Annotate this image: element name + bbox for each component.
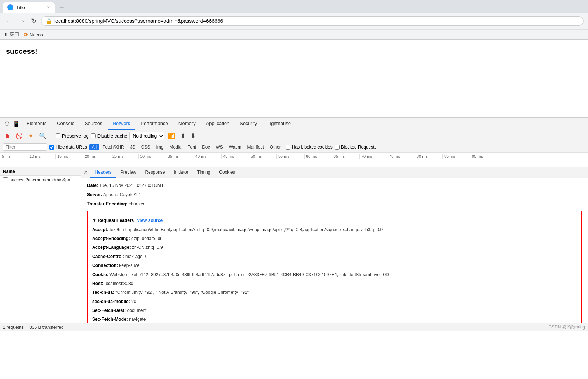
header-row: sec-ch-ua: "Chromium";v="92", " Not A;Br… (92, 288, 577, 297)
filter-css[interactable]: CSS (139, 144, 153, 150)
request-item[interactable]: success?username=admin&pa... (0, 176, 81, 184)
header-row: Sec-Fetch-Dest: document (92, 306, 577, 315)
disable-cache-checkbox[interactable] (91, 133, 96, 138)
header-value: Webstorm-7effe112=8927e87f-4a0c-489f-9f3… (108, 272, 389, 277)
timeline-tick: 20 ms (83, 154, 111, 159)
timeline-tick: 60 ms (304, 154, 332, 159)
address-bar[interactable]: 🔒 localhost:8080/springMVC/success?usern… (41, 16, 584, 26)
tab-favicon-icon: 🌐 (7, 4, 13, 10)
filter-bar: Hide data URLs All Fetch/XHR JS CSS Img … (0, 142, 588, 153)
tab-performance[interactable]: Performance (135, 118, 173, 130)
tab-bar: 🌐 Title × + (0, 0, 588, 13)
bookmarks-bar: ⠿ 应用 ⟳ Nacos (0, 29, 588, 39)
status-transferred: 335 B transferred (29, 325, 64, 330)
export-har-button[interactable]: ⬇ (189, 132, 197, 140)
filter-doc[interactable]: Doc (199, 144, 212, 150)
blocked-requests-label[interactable]: Blocked Requests (335, 145, 377, 150)
record-button[interactable]: ⏺ (3, 132, 12, 140)
header-key: Sec-Fetch-Mode: (92, 317, 128, 322)
timeline-tick: 55 ms (276, 154, 304, 159)
filter-icon-button[interactable]: ▼ (27, 132, 35, 140)
view-source-link[interactable]: View source (137, 218, 163, 223)
request-checkbox[interactable] (3, 177, 8, 182)
header-key: Accept-Language: (92, 245, 131, 250)
response-header-server: Server: Apache-Coyote/1.1 (87, 190, 582, 199)
clear-button[interactable]: 🚫 (14, 132, 24, 140)
wifi-icon[interactable]: 📶 (167, 132, 177, 140)
search-button[interactable]: 🔍 (38, 132, 48, 140)
header-row: Accept-Encoding: gzip, deflate, br (92, 234, 577, 243)
header-value: keep-alive (118, 263, 139, 268)
has-blocked-cookies-label[interactable]: Has blocked cookies (286, 145, 333, 150)
header-value: navigate (128, 317, 146, 322)
header-key: Sec-Fetch-Dest: (92, 308, 126, 313)
header-key: Cookie: (92, 272, 108, 277)
reload-button[interactable]: ↻ (29, 15, 38, 27)
browser-chrome: 🌐 Title × + ← → ↻ 🔒 localhost:8080/sprin… (0, 0, 588, 40)
tab-console[interactable]: Console (52, 118, 80, 130)
tab-network[interactable]: Network (108, 118, 136, 130)
back-button[interactable]: ← (4, 16, 14, 27)
preserve-log-label[interactable]: Preserve log (56, 133, 89, 139)
filter-font[interactable]: Font (185, 144, 199, 150)
filter-input[interactable] (3, 143, 47, 151)
disable-cache-label[interactable]: Disable cache (91, 133, 128, 139)
filter-fetch-xhr[interactable]: Fetch/XHR (100, 144, 127, 150)
section-toggle-icon[interactable]: ▼ Request Headers (92, 218, 134, 223)
tab-elements[interactable]: Elements (21, 118, 52, 130)
nacos-label: Nacos (29, 32, 43, 38)
throttling-select[interactable]: No throttling (129, 132, 164, 140)
has-blocked-cookies-checkbox[interactable] (286, 145, 290, 150)
bookmark-apps[interactable]: ⠿ 应用 (4, 31, 19, 38)
detail-tab-response[interactable]: Response (140, 167, 169, 178)
import-har-button[interactable]: ⬆ (179, 132, 187, 140)
device-toolbar-icon[interactable]: 📱 (11, 119, 21, 128)
header-value: "Chromium";v="92", " Not A;Brand";v="99"… (114, 290, 249, 295)
filter-all[interactable]: All (89, 144, 99, 150)
detail-close-button[interactable]: × (84, 169, 87, 176)
detail-tab-timing[interactable]: Timing (193, 167, 215, 178)
filter-manifest[interactable]: Manifest (244, 144, 266, 150)
tab-application[interactable]: Application (201, 118, 235, 130)
header-row: Accept: text/html,application/xhtml+xml,… (92, 225, 577, 234)
filter-ws[interactable]: WS (213, 144, 226, 150)
filter-img[interactable]: Img (153, 144, 166, 150)
devtools-panel: ⬡ 📱 Elements Console Sources Network Per… (0, 117, 588, 331)
header-key: Accept: (92, 227, 108, 232)
detail-panel: × Headers Preview Response Initiator Tim… (81, 167, 588, 323)
header-key: Host: (92, 281, 104, 286)
hide-data-urls-checkbox[interactable] (49, 145, 54, 150)
header-value: max-age=0 (124, 254, 148, 259)
forward-button[interactable]: → (17, 16, 27, 27)
timeline-tick: 85 ms (442, 154, 470, 159)
request-headers-section: ▼ Request Headers View source Accept: te… (87, 211, 582, 323)
timeline-tick: 90 ms (470, 154, 498, 159)
new-tab-button[interactable]: + (58, 3, 66, 13)
detail-tab-headers[interactable]: Headers (90, 167, 116, 178)
header-row: Cookie: Webstorm-7effe112=8927e87f-4a0c-… (92, 270, 577, 279)
preserve-log-checkbox[interactable] (56, 133, 60, 138)
filter-media[interactable]: Media (167, 144, 184, 150)
filter-other[interactable]: Other (267, 144, 283, 150)
header-key: sec-ch-ua-mobile: (92, 299, 130, 304)
timeline-tick: 80 ms (415, 154, 442, 159)
detail-tab-initiator[interactable]: Initiator (169, 167, 192, 178)
blocked-requests-checkbox[interactable] (335, 145, 340, 150)
timeline-tick: 70 ms (359, 154, 387, 159)
browser-tab[interactable]: 🌐 Title × (3, 2, 55, 13)
detail-tab-cookies[interactable]: Cookies (215, 167, 239, 178)
devtools-tab-bar: ⬡ 📱 Elements Console Sources Network Per… (0, 118, 588, 130)
tab-lighthouse[interactable]: Lighthouse (262, 118, 296, 130)
detail-tab-bar: × Headers Preview Response Initiator Tim… (81, 167, 588, 178)
filter-js[interactable]: JS (128, 144, 138, 150)
tab-close-icon[interactable]: × (47, 4, 50, 10)
detail-tab-preview[interactable]: Preview (116, 167, 141, 178)
hide-data-urls-label[interactable]: Hide data URLs (49, 145, 87, 150)
inspect-element-icon[interactable]: ⬡ (3, 119, 11, 128)
bookmark-nacos[interactable]: ⟳ Nacos (24, 32, 43, 38)
tab-memory[interactable]: Memory (173, 118, 201, 130)
tab-security[interactable]: Security (234, 118, 262, 130)
tab-sources[interactable]: Sources (80, 118, 108, 130)
filter-wasm[interactable]: Wasm (226, 144, 244, 150)
timeline-tick: 10 ms (28, 154, 55, 159)
